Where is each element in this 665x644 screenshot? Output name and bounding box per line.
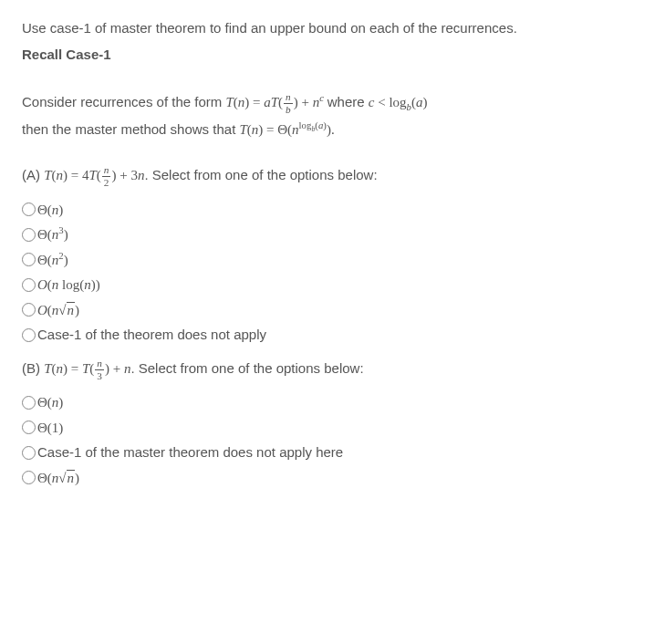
qb-option-2-label: Case-1 of the master theorem does not ap… [37,442,343,463]
then-line: then the master method shows that T(n) =… [22,119,643,140]
radio-icon [22,253,36,266]
qa-tail: . Select from one of the options below: [144,167,377,182]
qb-option-3[interactable]: Θ(nn) [22,468,643,489]
qa-option-2[interactable]: Θ(n2) [22,250,643,271]
where-text: where [327,94,369,109]
qa-option-1[interactable]: Θ(n3) [22,224,643,245]
qa-option-3-label: O(n log(n)) [37,275,100,296]
qa-option-1-label: Θ(n3) [37,224,68,245]
radio-icon [22,471,36,484]
qb-option-1[interactable]: Θ(1) [22,418,643,439]
qb-option-2[interactable]: Case-1 of the master theorem does not ap… [22,442,643,463]
recall-heading: Recall Case-1 [22,45,643,66]
qb-option-0[interactable]: Θ(n) [22,392,643,413]
radio-icon [22,328,36,342]
qb-tail: . Select from one of the options below: [130,360,363,376]
qb-option-0-label: Θ(n) [37,392,63,413]
radio-icon [22,203,36,216]
consider-prefix: Consider recurrences of the form [22,94,225,109]
qa-option-4[interactable]: O(nn) [22,300,643,321]
conclusion-math: T(n) = Θ(nlogb(a)). [239,122,334,137]
qa-option-0-label: Θ(n) [37,200,63,221]
qa-recurrence: T(n) = 4T(n2) + 3n [44,168,144,182]
radio-icon [22,303,36,317]
qa-option-0[interactable]: Θ(n) [22,200,643,221]
qb-recurrence: T(n) = T(n3) + n [44,361,130,376]
qa-option-5-label: Case-1 of the theorem does not apply [37,325,266,346]
question-b: (B) T(n) = T(n3) + n. Select from one of… [22,358,643,382]
question-a: (A) T(n) = 4T(n2) + 3n. Select from one … [22,165,643,189]
condition-math: c < logb(a) [369,95,428,109]
qb-option-3-label: Θ(nn) [37,468,79,489]
qb-label: (B) [22,360,44,376]
qa-label: (A) [22,167,44,182]
recurrence-form-math: T(n) = aT(nb) + nc [225,95,327,109]
radio-icon [22,421,36,434]
qa-option-3[interactable]: O(n log(n)) [22,275,643,296]
then-prefix: then the master method shows that [22,121,239,137]
qa-option-2-label: Θ(n2) [37,250,68,271]
qb-option-1-label: Θ(1) [37,418,63,439]
qa-option-5[interactable]: Case-1 of the theorem does not apply [22,325,643,346]
consider-line: Consider recurrences of the form T(n) = … [22,92,643,116]
radio-icon [22,228,36,242]
radio-icon [22,396,36,410]
radio-icon [22,278,36,292]
radio-icon [22,446,36,460]
intro-text: Use case-1 of master theorem to find an … [22,18,643,39]
qa-option-4-label: O(nn) [37,300,79,321]
